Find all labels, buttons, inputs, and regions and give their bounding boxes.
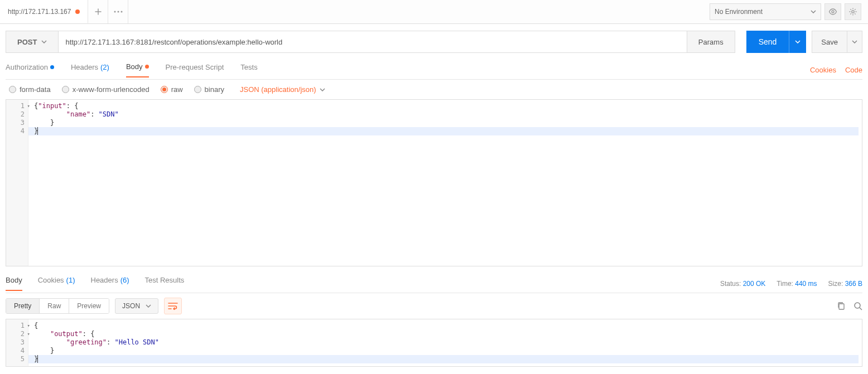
editor-code[interactable]: {"input": { "name": "SDN" } } xyxy=(28,100,862,266)
code-token: { xyxy=(34,322,38,329)
tab-tests[interactable]: Tests xyxy=(240,62,257,77)
content-type-label: JSON (application/json) xyxy=(240,85,316,94)
radio-icon xyxy=(9,86,16,93)
tab-body[interactable]: Body xyxy=(126,62,149,77)
body-type-row: form-data x-www-form-urlencoded raw bina… xyxy=(0,80,868,99)
cookies-link[interactable]: Cookies xyxy=(810,66,836,74)
line-number: 2 xyxy=(6,330,26,338)
chevron-down-icon xyxy=(852,40,857,43)
line-number: 4 xyxy=(6,127,26,135)
response-tab-body-label: Body xyxy=(6,276,22,284)
send-options-button[interactable] xyxy=(789,31,806,53)
line-number: 1 xyxy=(6,322,26,330)
gear-icon xyxy=(848,7,857,16)
copy-icon[interactable] xyxy=(837,302,846,310)
ellipsis-icon xyxy=(114,11,123,13)
tab-options-button[interactable] xyxy=(108,0,128,23)
view-raw-button[interactable]: Raw xyxy=(39,299,69,313)
radio-binary[interactable]: binary xyxy=(194,85,224,94)
eye-icon xyxy=(828,8,837,15)
request-tab[interactable]: http://172.171.13.167 xyxy=(0,0,88,23)
svg-point-6 xyxy=(855,303,860,308)
save-label: Save xyxy=(812,31,847,52)
code-token: "name" xyxy=(66,110,90,118)
radio-urlencoded-label: x-www-form-urlencoded xyxy=(73,85,150,94)
http-method-label: POST xyxy=(17,38,37,46)
tab-headers-label: Headers xyxy=(71,63,98,71)
send-button[interactable]: Send xyxy=(746,31,807,53)
settings-button[interactable] xyxy=(845,3,861,20)
save-options-button[interactable] xyxy=(847,31,862,52)
environment-preview-button[interactable] xyxy=(824,3,841,20)
tab-prerequest[interactable]: Pre-request Script xyxy=(166,62,224,77)
line-number: 3 xyxy=(6,119,26,127)
indicator-dot-icon xyxy=(50,65,54,69)
code-token: "greeting" xyxy=(66,338,107,346)
wrap-icon xyxy=(168,302,178,310)
request-tabs-strip: http://172.171.13.167 xyxy=(0,0,128,23)
response-body-editor[interactable]: 1 2 3 4 5 { "output": { "greeting": "Hel… xyxy=(6,319,862,367)
params-label: Params xyxy=(698,38,724,46)
radio-form-data-label: form-data xyxy=(20,85,51,94)
time-value: 440 ms xyxy=(795,280,817,288)
line-number: 1 xyxy=(6,102,26,110)
environment-select[interactable]: No Environment xyxy=(710,3,821,20)
response-tabs-row: Body Cookies (1) Headers (6) Test Result… xyxy=(6,274,862,293)
code-token: "output" xyxy=(50,330,83,338)
tab-headers-count: (2) xyxy=(100,63,109,71)
word-wrap-button[interactable] xyxy=(164,298,182,314)
search-icon[interactable] xyxy=(853,302,862,310)
request-body-editor[interactable]: 1 2 3 4 {"input": { "name": "SDN" } } xyxy=(6,99,862,266)
tab-authorization[interactable]: Authorization xyxy=(6,62,54,77)
code-token: : xyxy=(107,338,114,346)
editor-code[interactable]: { "output": { "greeting": "Hello SDN" } … xyxy=(28,319,862,366)
view-preview-button[interactable]: Preview xyxy=(69,299,109,313)
view-pretty-button[interactable]: Pretty xyxy=(6,299,39,313)
response-tab-cookies-label: Cookies xyxy=(38,276,64,285)
code-link[interactable]: Code xyxy=(845,66,862,74)
size-label: Size: xyxy=(828,280,843,288)
code-token: : { xyxy=(66,102,79,110)
response-format-select[interactable]: JSON xyxy=(115,298,158,314)
radio-raw-label: raw xyxy=(171,85,183,94)
top-bar: http://172.171.13.167 No Environment xyxy=(0,0,868,24)
chevron-down-icon xyxy=(320,88,325,91)
chevron-down-icon xyxy=(795,40,801,43)
radio-icon xyxy=(194,86,201,93)
response-tab-tests[interactable]: Test Results xyxy=(145,276,185,291)
response-tab-headers-count: (6) xyxy=(120,276,129,285)
chevron-down-icon xyxy=(146,304,151,308)
params-button[interactable]: Params xyxy=(687,31,735,52)
save-button[interactable]: Save xyxy=(812,31,862,53)
code-token: "Hello SDN" xyxy=(115,338,159,346)
radio-icon xyxy=(62,86,69,93)
url-input[interactable] xyxy=(59,31,686,52)
new-tab-button[interactable] xyxy=(88,0,108,23)
indicator-dot-icon xyxy=(145,65,149,69)
http-method-select[interactable]: POST xyxy=(6,31,59,52)
response-tab-body[interactable]: Body xyxy=(6,276,22,291)
content-type-select[interactable]: JSON (application/json) xyxy=(240,85,325,94)
response-tab-cookies[interactable]: Cookies (1) xyxy=(38,276,75,291)
editor-gutter: 1 2 3 4 xyxy=(6,100,28,266)
chevron-down-icon xyxy=(811,10,816,13)
response-tab-headers-label: Headers xyxy=(91,276,118,285)
radio-urlencoded[interactable]: x-www-form-urlencoded xyxy=(62,85,150,94)
response-format-label: JSON xyxy=(122,302,140,310)
status-label: Status: xyxy=(720,280,741,288)
svg-point-3 xyxy=(832,11,834,13)
tab-headers[interactable]: Headers (2) xyxy=(71,62,109,77)
tab-authorization-label: Authorization xyxy=(6,63,48,71)
svg-point-1 xyxy=(117,11,119,13)
status-value: 200 OK xyxy=(743,280,766,288)
request-url-bar: POST Params xyxy=(6,31,735,53)
chevron-down-icon xyxy=(41,40,47,43)
line-number: 4 xyxy=(6,347,26,355)
environment-controls: No Environment xyxy=(710,3,868,20)
radio-form-data[interactable]: form-data xyxy=(9,85,51,94)
size-value: 366 B xyxy=(845,280,862,288)
svg-rect-5 xyxy=(839,304,844,309)
line-number: 3 xyxy=(6,338,26,347)
response-tab-headers[interactable]: Headers (6) xyxy=(91,276,129,291)
radio-raw[interactable]: raw xyxy=(161,85,183,94)
